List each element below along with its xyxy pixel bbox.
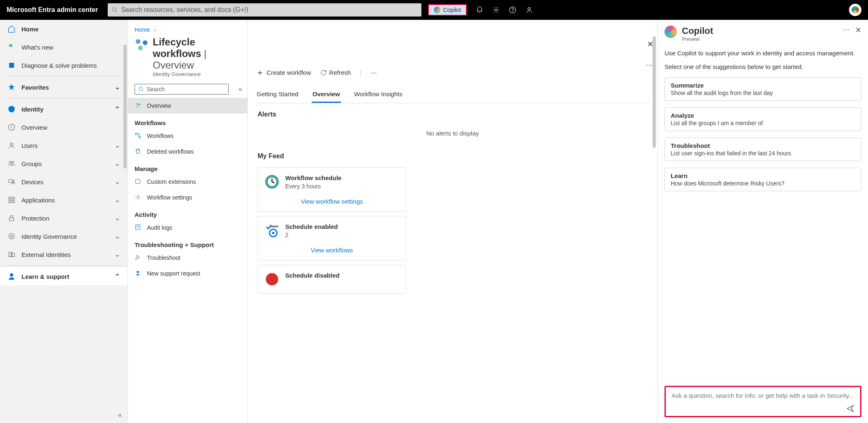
secondary-item-deleted[interactable]: Deleted workflows — [128, 144, 247, 159]
secondary-item-workflows[interactable]: Workflows — [128, 128, 247, 144]
secondary-item-custom-extensions[interactable]: Custom extensions — [128, 174, 247, 190]
copilot-input-container — [665, 386, 861, 417]
copilot-more-button[interactable]: ⋯ — [843, 26, 849, 35]
svg-point-21 — [11, 235, 13, 238]
devices-icon — [7, 178, 16, 186]
wrench-icon — [135, 254, 142, 261]
content-scrollbar[interactable] — [653, 36, 656, 419]
card-title: Schedule enabled — [285, 223, 338, 230]
suggestion-desc: Show all the audit logs from the last da… — [671, 90, 855, 96]
svg-line-29 — [142, 90, 144, 92]
sidebar-scrollbar[interactable] — [123, 45, 127, 169]
toolbar-more-button[interactable]: ⋯ — [371, 69, 378, 76]
secondary-group-manage: Manage — [128, 159, 247, 174]
view-workflows-link[interactable]: View workflows — [265, 247, 399, 254]
notifications-icon[interactable] — [476, 6, 483, 14]
page-subtitle: Identity Governance — [153, 71, 241, 77]
tab-getting-started[interactable]: Getting Started — [256, 86, 299, 103]
sidebar-item-diagnose[interactable]: Diagnose & solve problems — [0, 56, 128, 74]
sidebar-item-applications[interactable]: Applications ⌄ — [0, 191, 128, 209]
lifecycle-workflows-icon — [135, 38, 149, 52]
trash-icon — [135, 148, 142, 155]
sidebar-item-protection[interactable]: Protection ⌄ — [0, 209, 128, 227]
sidebar-item-external-identities[interactable]: External Identities ⌄ — [0, 245, 128, 264]
feed-card-workflow-schedule: Workflow schedule Every 3 hours View wor… — [258, 167, 406, 212]
sidebar-item-learn-support[interactable]: Learn & support ⌃ — [0, 267, 128, 285]
suggestion-desc: List all the groups I am a member of — [671, 120, 855, 126]
secondary-item-audit-logs[interactable]: Audit logs — [128, 220, 247, 235]
sidebar-item-whatsnew[interactable]: What's new — [0, 38, 128, 56]
secondary-item-overview[interactable]: Overview — [128, 98, 247, 114]
svg-point-36 — [137, 196, 139, 198]
sidebar-item-identity-governance[interactable]: Identity Governance ⌄ — [0, 227, 128, 245]
local-search[interactable]: Search — [135, 84, 229, 95]
home-icon — [7, 25, 16, 33]
card-subtitle: 2 — [285, 232, 338, 238]
suggestion-desc: How does Microsoft determine Risky Users… — [671, 180, 855, 187]
collapse-secondary-button[interactable]: « — [239, 86, 242, 93]
suggestion-learn[interactable]: Learn How does Microsoft determine Risky… — [665, 168, 861, 191]
copilot-logo-icon — [665, 26, 677, 38]
user-avatar[interactable] — [849, 4, 861, 16]
help-icon[interactable] — [509, 6, 516, 14]
schedule-enabled-icon — [265, 223, 279, 238]
collapse-sidebar-button[interactable]: « — [118, 411, 122, 419]
svg-rect-33 — [135, 133, 137, 135]
svg-point-32 — [137, 106, 138, 107]
support-request-icon — [135, 270, 142, 277]
users-icon — [7, 141, 16, 150]
svg-point-9 — [12, 126, 12, 126]
view-workflow-settings-link[interactable]: View workflow settings — [265, 198, 399, 205]
svg-point-47 — [272, 232, 274, 234]
svg-rect-16 — [12, 197, 14, 199]
suggestion-title: Troubleshoot — [671, 142, 855, 149]
flag-icon — [7, 43, 16, 51]
settings-icon[interactable] — [492, 6, 500, 14]
global-search-placeholder: Search resources, services, and docs (G+… — [121, 6, 248, 14]
refresh-button[interactable]: Refresh — [320, 69, 351, 76]
svg-point-2 — [495, 9, 497, 11]
feedback-icon[interactable] — [525, 6, 533, 14]
sidebar-item-devices[interactable]: Devices ⌄ — [0, 173, 128, 191]
sidebar-item-favorites[interactable]: Favorites ⌄ — [0, 78, 128, 96]
tab-workflow-insights[interactable]: Workflow Insights — [353, 86, 403, 103]
suggestion-summarize[interactable]: Summarize Show all the audit logs from t… — [665, 77, 861, 101]
sidebar-label: Identity — [21, 106, 43, 113]
sidebar-item-users[interactable]: Users ⌄ — [0, 136, 128, 154]
secondary-item-troubleshoot[interactable]: Troubleshoot — [128, 250, 247, 266]
copilot-logo-icon — [434, 7, 440, 13]
chevron-up-icon: ⌃ — [115, 105, 120, 113]
suggestion-analyze[interactable]: Analyze List all the groups I am a membe… — [665, 107, 861, 131]
sidebar-label: What's new — [21, 44, 53, 51]
sidebar-item-identity[interactable]: Identity ⌃ — [0, 100, 128, 118]
suggestion-troubleshoot[interactable]: Troubleshoot List user sign-ins that fai… — [665, 138, 861, 161]
page-header: Lifecycle workflows | Overview Identity … — [128, 36, 247, 81]
copilot-intro-2: Select one of the suggestions below to g… — [665, 62, 861, 72]
copilot-title: Copilot — [682, 26, 713, 36]
card-subtitle: Every 3 hours — [285, 183, 341, 190]
sidebar-item-groups[interactable]: Groups ⌄ — [0, 154, 128, 173]
global-search[interactable]: Search resources, services, and docs (G+… — [108, 3, 421, 17]
copilot-button[interactable]: Copilot — [428, 4, 467, 16]
svg-point-28 — [139, 87, 142, 90]
breadcrumb-link-home[interactable]: Home — [135, 26, 150, 33]
sidebar-item-overview[interactable]: Overview — [0, 118, 128, 136]
tab-overview[interactable]: Overview — [312, 86, 341, 103]
overview-icon — [135, 102, 142, 109]
secondary-group-workflows: Workflows — [128, 114, 247, 128]
copilot-input[interactable] — [672, 392, 854, 399]
svg-point-26 — [143, 40, 147, 45]
svg-rect-34 — [139, 136, 140, 138]
sidebar-item-home[interactable]: Home — [0, 20, 128, 38]
secondary-label: Deleted workflows — [147, 148, 194, 155]
secondary-item-workflow-settings[interactable]: Workflow settings — [128, 190, 247, 205]
send-icon[interactable] — [846, 404, 854, 413]
brand-label: Microsoft Entra admin center — [7, 6, 98, 14]
breadcrumb: Home › — [128, 20, 247, 36]
gear-icon — [135, 194, 142, 201]
close-copilot-button[interactable]: ✕ — [855, 26, 861, 35]
create-workflow-button[interactable]: ＋ Create workflow — [256, 67, 311, 78]
plus-icon: ＋ — [256, 67, 264, 78]
secondary-item-new-support[interactable]: New support request — [128, 266, 247, 281]
chevron-down-icon: ⌄ — [115, 83, 120, 91]
